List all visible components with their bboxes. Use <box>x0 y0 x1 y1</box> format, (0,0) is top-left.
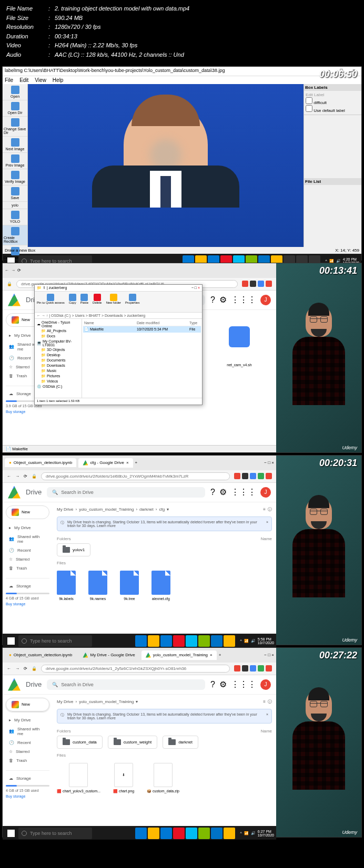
sidebar-starred[interactable]: ☆ Starred <box>6 555 49 564</box>
sidebar-recent[interactable]: 🕐 Recent <box>6 738 49 747</box>
sidebar-shared[interactable]: 👥 Shared with me <box>6 725 49 738</box>
apps-icon[interactable]: ⋮⋮⋮ <box>231 487 256 497</box>
menu-edit[interactable]: Edit <box>19 77 28 83</box>
task-icon[interactable] <box>211 635 223 647</box>
minimize-button[interactable]: − <box>264 460 267 465</box>
task-icon[interactable] <box>211 828 223 839</box>
help-icon[interactable]: ? <box>210 295 215 305</box>
browser-tab[interactable]: My Drive - Google Drive <box>78 650 139 660</box>
drive-search[interactable]: 🔍Search in Drive <box>47 679 205 690</box>
ext-icon[interactable] <box>250 281 256 287</box>
file-row[interactable]: 📄 Makefile 10/7/2020 5:34 PM File <box>83 326 201 333</box>
buy-storage-link[interactable]: Buy storage <box>6 410 49 414</box>
tree-item[interactable]: 📁 3D Objects <box>36 347 80 353</box>
maximize-button[interactable]: □ <box>195 286 197 290</box>
help-icon[interactable]: ? <box>210 680 215 689</box>
ribbon-button[interactable]: New folder <box>105 293 122 311</box>
ext-icon[interactable] <box>266 281 272 287</box>
open-button[interactable]: Open <box>3 84 27 100</box>
close-banner-button[interactable]: × <box>266 712 268 720</box>
sidebar-my-drive[interactable]: ▸ My Drive <box>6 523 49 532</box>
start-button[interactable] <box>5 827 17 840</box>
difficult-checkbox[interactable] <box>306 97 312 104</box>
ribbon-button[interactable]: Pin to Quick access <box>36 293 66 311</box>
sidebar-recent[interactable]: 🕐 Recent <box>6 546 49 555</box>
task-icon[interactable] <box>173 635 185 647</box>
breadcrumb-item[interactable]: yolo_custom_model_Training <box>79 507 134 512</box>
tree-item[interactable]: 📁 All_Projects <box>36 328 80 334</box>
buy-storage-link[interactable]: Buy storage <box>6 602 49 606</box>
info-icon[interactable]: ⓘ <box>268 507 272 512</box>
apps-icon[interactable]: ⋮⋮⋮ <box>231 679 256 689</box>
search-box[interactable]: Type here to search <box>18 828 92 839</box>
tree-item[interactable]: 💿 OSDisk (C:) <box>36 384 80 389</box>
start-button[interactable] <box>5 635 17 647</box>
ext-icon[interactable] <box>250 665 256 671</box>
browser-tab[interactable]: yolo_custom_model_Training × <box>141 650 217 660</box>
menu-help[interactable]: Help <box>53 77 64 83</box>
tree-item[interactable]: 📁 Music <box>36 368 80 374</box>
new-button[interactable]: New <box>6 698 49 711</box>
tree-item[interactable]: 📁 Pictures <box>36 374 80 379</box>
browser-tab[interactable]: cfg - Google Drive × <box>78 458 133 468</box>
browser-tab[interactable]: ●Object_custom_detection.ipynb <box>5 458 76 467</box>
help-icon[interactable]: ? <box>210 488 215 497</box>
maximize-button[interactable]: □ <box>268 460 270 465</box>
file-item[interactable]: 9k.names <box>88 571 107 601</box>
avatar[interactable]: J <box>260 295 271 305</box>
search-box[interactable]: Type here to search <box>18 635 92 647</box>
file-item[interactable]: 📦 custom_data.zip <box>147 763 179 793</box>
apps-icon[interactable]: ⋮⋮⋮ <box>231 295 256 305</box>
task-icon[interactable] <box>198 828 210 839</box>
settings-icon[interactable]: ⚙ <box>219 487 227 497</box>
tree-item[interactable]: ☁ OneDrive - Tyson Online <box>36 320 80 328</box>
edit-label-button[interactable]: Edit Label <box>306 92 360 97</box>
yolo-button[interactable]: YOLO <box>3 209 27 225</box>
settings-icon[interactable]: ⚙ <box>219 295 227 305</box>
task-icon[interactable] <box>173 828 185 839</box>
tree-item[interactable]: 📁 Downloads <box>36 363 80 368</box>
ext-icon[interactable] <box>242 473 248 479</box>
close-button[interactable]: × <box>198 286 200 290</box>
ext-icon[interactable] <box>266 473 272 479</box>
ext-icon[interactable] <box>234 473 240 479</box>
sidebar-trash[interactable]: 🗑 Trash <box>6 564 49 573</box>
sidebar-starred[interactable]: ☆ Starred <box>6 747 49 756</box>
ribbon-button[interactable]: Properties <box>124 293 140 311</box>
change-save-dir-button[interactable]: Change Save Dir <box>3 117 27 137</box>
breadcrumb-item[interactable]: cfg <box>159 507 165 512</box>
menu-view[interactable]: View <box>35 77 46 83</box>
task-icon[interactable] <box>135 635 147 647</box>
minimize-button[interactable]: − <box>264 653 267 657</box>
folder-item[interactable]: yolov1 <box>57 543 90 556</box>
tree-item[interactable]: 📁 Videos <box>36 379 80 384</box>
close-banner-button[interactable]: × <box>266 520 268 528</box>
ribbon-button[interactable]: Delete <box>92 293 103 311</box>
ext-icon[interactable] <box>242 665 248 671</box>
explorer-address[interactable]: ← → ↑ | OSDisk (C:) > Users > BHATT > Do… <box>35 313 202 319</box>
maximize-button[interactable]: □ <box>268 653 270 657</box>
file-item[interactable]: ⬇🟥 chart.png <box>113 763 134 793</box>
file-item[interactable]: 9k.tree <box>120 571 139 601</box>
menu-file[interactable]: File <box>5 77 13 83</box>
task-icon[interactable] <box>224 635 235 647</box>
system-tray[interactable]: ^📶🔊 5:58 PM10/7/2020 <box>240 637 274 645</box>
new-tab-button[interactable]: + <box>135 460 138 465</box>
breadcrumb-item[interactable]: My Drive <box>57 699 74 704</box>
task-icon[interactable] <box>160 635 172 647</box>
task-icon[interactable] <box>160 828 172 839</box>
avatar[interactable]: J <box>260 487 271 498</box>
ext-icon[interactable] <box>258 665 264 671</box>
ext-icon[interactable] <box>258 473 264 479</box>
breadcrumb-item[interactable]: My Drive <box>57 507 74 512</box>
minimize-button[interactable]: − <box>191 286 194 290</box>
settings-icon[interactable]: ⚙ <box>219 679 227 689</box>
file-item[interactable]: alexnet.cfg <box>151 571 170 601</box>
use-default-checkbox[interactable] <box>306 105 312 112</box>
task-icon[interactable] <box>186 828 197 839</box>
ribbon-button[interactable]: Paste <box>79 293 89 311</box>
tree-item[interactable]: 📁 Desktop <box>36 353 80 358</box>
save-button[interactable]: Save <box>3 185 27 202</box>
close-button[interactable]: × <box>271 460 274 465</box>
open-dir-button[interactable]: Open Dir <box>3 100 27 117</box>
